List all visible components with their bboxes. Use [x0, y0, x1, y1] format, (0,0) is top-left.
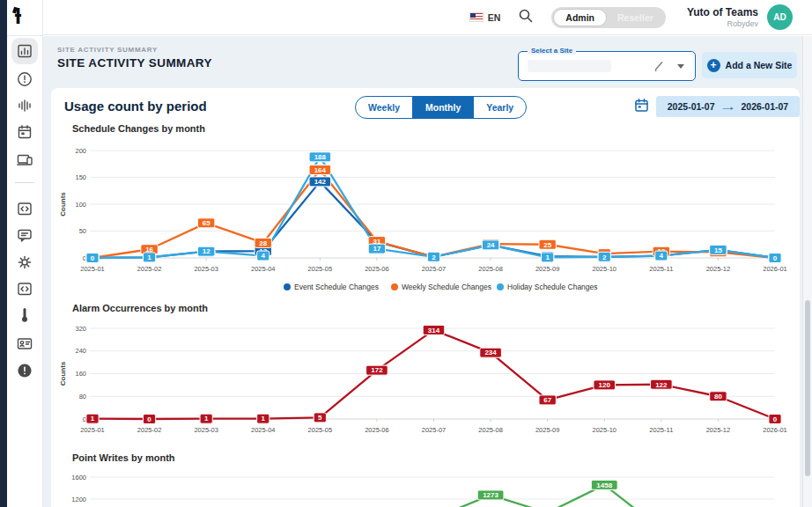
page-title: SITE ACTIVITY SUMMARY — [57, 56, 212, 70]
svg-text:2: 2 — [432, 254, 436, 261]
chart-1: 080160240320Counts2025-012025-022025-032… — [51, 317, 800, 440]
equalizer-icon — [16, 97, 33, 114]
svg-text:2025-08: 2025-08 — [478, 265, 503, 273]
chevron-down-icon[interactable] — [677, 64, 684, 69]
sidebar-item-dashboard[interactable] — [11, 38, 38, 64]
sidebar-item-settings[interactable] — [11, 249, 38, 276]
svg-text:2025-10: 2025-10 — [592, 426, 616, 434]
sidebar: Ɨ — [7, 0, 43, 507]
avatar[interactable]: AD — [767, 4, 793, 30]
svg-text:2025-12: 2025-12 — [706, 426, 731, 434]
sidebar-item-temperature[interactable] — [11, 302, 38, 328]
tab-monthly[interactable]: Monthly — [412, 97, 474, 118]
role-reseller-button[interactable]: Reseller — [607, 10, 664, 26]
svg-text:1: 1 — [147, 254, 151, 261]
date-start: 2025-01-07 — [668, 101, 715, 112]
svg-text:Event Schedule Changes: Event Schedule Changes — [294, 283, 379, 291]
search-button[interactable] — [518, 8, 534, 27]
language-code: EN — [488, 12, 501, 23]
chart-0: 050100150200Counts2025-012025-022025-032… — [51, 130, 800, 306]
svg-text:1600: 1600 — [71, 474, 86, 481]
usage-summary-card: Usage count by period Weekly Monthly Yea… — [51, 88, 800, 507]
user-block: Yuto of Teams Robydev — [687, 6, 758, 28]
svg-text:2: 2 — [432, 254, 436, 261]
svg-text:164: 164 — [314, 166, 327, 174]
svg-text:24: 24 — [487, 241, 495, 249]
us-flag-icon — [469, 12, 484, 22]
role-admin-button[interactable]: Admin — [553, 9, 607, 26]
svg-text:2025-07: 2025-07 — [422, 265, 447, 273]
sidebar-item-activity[interactable] — [11, 92, 38, 119]
svg-text:67: 67 — [543, 396, 551, 404]
svg-text:0: 0 — [91, 254, 95, 262]
sidebar-item-messages[interactable] — [11, 222, 38, 248]
calendar-range-icon[interactable] — [634, 98, 649, 116]
svg-text:2025-08: 2025-08 — [478, 426, 503, 434]
chart-title-point-writes: Point Writes by month — [72, 452, 175, 463]
svg-text:122: 122 — [655, 381, 668, 389]
devices-icon — [16, 151, 33, 168]
svg-text:0: 0 — [91, 254, 95, 262]
svg-text:2025-01: 2025-01 — [80, 426, 105, 434]
sidebar-item-integrations[interactable] — [11, 195, 38, 222]
svg-text:188: 188 — [314, 153, 327, 161]
arrow-right-icon: → — [719, 100, 736, 113]
svg-text:8: 8 — [602, 250, 607, 258]
svg-text:16: 16 — [145, 246, 153, 254]
svg-text:2025-11: 2025-11 — [649, 426, 673, 434]
svg-text:2025-03: 2025-03 — [194, 265, 218, 273]
sidebar-item-notifications[interactable] — [11, 357, 38, 384]
alert-circle-icon — [16, 70, 33, 88]
sidebar-item-alerts[interactable] — [11, 66, 38, 92]
svg-text:15: 15 — [714, 246, 722, 254]
sidebar-item-contacts[interactable] — [11, 330, 38, 356]
language-switcher[interactable]: EN — [469, 12, 501, 23]
svg-text:0: 0 — [773, 254, 778, 262]
svg-text:12: 12 — [203, 247, 210, 255]
svg-text:2025-03: 2025-03 — [194, 426, 218, 434]
brand-logo[interactable]: Ɨ — [7, 0, 42, 36]
svg-text:0: 0 — [773, 254, 778, 262]
svg-text:2025-01: 2025-01 — [80, 265, 105, 273]
user-name: Yuto of Teams — [687, 6, 758, 18]
svg-text:172: 172 — [371, 366, 383, 374]
svg-text:5: 5 — [318, 414, 322, 422]
svg-text:65: 65 — [203, 219, 210, 227]
svg-text:0: 0 — [91, 254, 95, 262]
svg-text:4: 4 — [660, 252, 664, 260]
svg-text:2025-05: 2025-05 — [308, 426, 333, 434]
svg-text:11: 11 — [714, 248, 722, 256]
chart-2: 12001600Counts2025-012025-022025-032025-… — [51, 465, 800, 507]
logo-dot — [12, 7, 17, 14]
site-select[interactable]: Select a Site — [518, 51, 696, 81]
svg-text:2: 2 — [432, 254, 436, 261]
svg-text:1: 1 — [91, 415, 95, 422]
svg-text:234: 234 — [484, 349, 497, 356]
window-edge — [0, 0, 7, 507]
svg-text:80: 80 — [714, 393, 722, 400]
tab-weekly[interactable]: Weekly — [356, 97, 412, 118]
period-tabs: Weekly Monthly Yearly — [355, 96, 527, 119]
svg-text:0: 0 — [83, 415, 86, 423]
sidebar-item-schedules[interactable] — [11, 119, 38, 145]
add-new-site-button[interactable]: + Add a New Site — [702, 52, 797, 78]
svg-text:2025-04: 2025-04 — [251, 426, 276, 434]
pencil-icon[interactable] — [653, 60, 665, 76]
svg-text:2026-01: 2026-01 — [763, 265, 787, 273]
tab-yearly[interactable]: Yearly — [474, 97, 526, 118]
site-select-value — [528, 60, 611, 72]
svg-text:15: 15 — [714, 246, 722, 254]
svg-text:1: 1 — [204, 415, 209, 422]
plus-icon: + — [707, 59, 720, 72]
date-end: 2026-01-07 — [742, 101, 789, 112]
scrollbar-track[interactable] — [802, 36, 812, 507]
svg-text:2026-01: 2026-01 — [763, 426, 787, 434]
sidebar-item-devices[interactable] — [11, 146, 38, 173]
chart-title-schedule-changes: Schedule Changes by month — [72, 123, 205, 134]
svg-text:2: 2 — [602, 254, 607, 261]
scrollbar-thumb[interactable] — [805, 300, 810, 476]
svg-text:2025-02: 2025-02 — [137, 265, 162, 273]
date-range-picker[interactable]: 2025-01-07 → 2026-01-07 — [656, 96, 800, 117]
svg-text:0: 0 — [773, 254, 778, 262]
sidebar-item-api[interactable] — [11, 276, 38, 302]
